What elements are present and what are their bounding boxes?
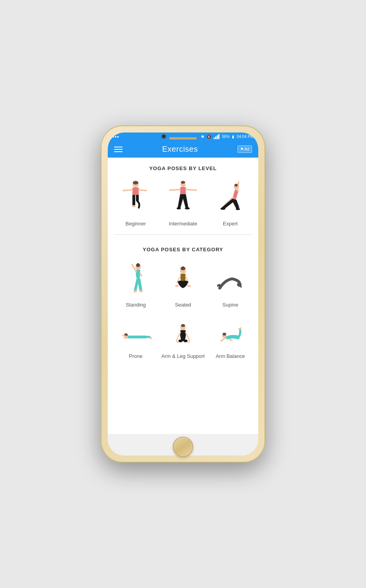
standing-label: Standing xyxy=(126,302,146,308)
phone-screen: ✱ 🔇 56% ▮ 04:04 PM xyxy=(108,132,258,456)
svg-line-12 xyxy=(186,189,196,190)
svg-point-7 xyxy=(132,205,136,207)
expert-figure xyxy=(213,179,248,218)
flag-icon: ⚑ xyxy=(240,147,244,151)
intermediate-svg xyxy=(165,179,201,218)
seated-label: Seated xyxy=(175,302,191,308)
app-bar: Exercises ⚑ Ad xyxy=(108,141,258,158)
svg-line-11 xyxy=(170,189,180,190)
mute-icon: 🔇 xyxy=(207,134,211,139)
signal-bar-3 xyxy=(217,135,218,139)
battery-icon: ▮ xyxy=(232,134,234,139)
speaker xyxy=(169,137,197,140)
pose-prone[interactable]: Prone xyxy=(114,312,158,359)
svg-line-46 xyxy=(177,332,181,339)
svg-point-14 xyxy=(185,207,190,209)
svg-point-27 xyxy=(139,290,143,292)
signal-bar-2 xyxy=(215,136,216,139)
svg-line-17 xyxy=(237,182,239,191)
hamburger-line-2 xyxy=(114,149,123,150)
prone-svg xyxy=(118,312,153,351)
svg-point-20 xyxy=(236,208,240,210)
prone-figure xyxy=(118,312,153,351)
svg-point-34 xyxy=(187,285,191,287)
menu-button[interactable] xyxy=(114,147,123,152)
svg-point-51 xyxy=(223,333,226,336)
beginner-figure xyxy=(118,179,153,218)
standing-svg xyxy=(118,260,153,299)
hamburger-line-3 xyxy=(114,151,123,152)
svg-rect-10 xyxy=(180,187,186,194)
hamburger-line-1 xyxy=(114,147,123,147)
supine-label: Supine xyxy=(222,302,238,308)
pose-expert[interactable]: Expert xyxy=(208,179,252,227)
arm-leg-support-label: Arm & Leg Support xyxy=(161,353,205,359)
beginner-svg xyxy=(118,179,153,218)
camera xyxy=(161,134,166,139)
intermediate-figure xyxy=(165,179,201,218)
svg-point-13 xyxy=(177,207,181,209)
seated-svg xyxy=(165,260,201,299)
svg-point-33 xyxy=(175,285,179,287)
category-grid: Standing xyxy=(108,256,258,363)
beginner-label: Beginner xyxy=(125,221,146,227)
svg-point-1 xyxy=(133,181,139,185)
time-display: 04:04 PM xyxy=(237,134,254,139)
ad-button[interactable]: ⚑ Ad xyxy=(237,145,252,153)
level-grid: Beginner xyxy=(108,175,258,230)
supine-svg xyxy=(213,260,248,299)
svg-point-19 xyxy=(220,208,225,210)
svg-rect-5 xyxy=(132,195,135,205)
prone-label: Prone xyxy=(129,353,143,359)
pose-supine[interactable]: Supine xyxy=(208,260,252,308)
seated-figure xyxy=(165,260,201,299)
app-title: Exercises xyxy=(162,145,198,154)
status-dots xyxy=(112,136,119,138)
section-title-category: YOGA POSES BY CATEGORY xyxy=(108,239,258,256)
svg-rect-2 xyxy=(132,187,139,195)
arm-leg-support-svg xyxy=(165,312,201,351)
signal-bar-4 xyxy=(218,134,219,139)
dot-3 xyxy=(117,136,119,138)
supine-figure xyxy=(213,260,248,299)
svg-point-48 xyxy=(178,339,183,342)
signal-bar-1 xyxy=(214,138,215,139)
bluetooth-icon: ✱ xyxy=(201,134,204,139)
ad-label: Ad xyxy=(245,147,249,151)
pose-arm-balance[interactable]: Arm Balance xyxy=(208,312,252,359)
arm-balance-label: Arm Balance xyxy=(216,353,245,359)
pose-arm-leg-support[interactable]: Arm & Leg Support xyxy=(161,312,205,359)
svg-rect-40 xyxy=(127,336,147,338)
svg-point-55 xyxy=(220,340,223,341)
pose-standing[interactable]: Standing xyxy=(114,260,158,308)
section-title-level: YOGA POSES BY LEVEL xyxy=(108,158,258,175)
pose-seated[interactable]: Seated xyxy=(161,260,205,308)
expert-svg xyxy=(213,179,248,218)
home-button[interactable] xyxy=(173,437,193,457)
status-left xyxy=(112,136,119,138)
svg-rect-6 xyxy=(136,195,139,201)
phone-frame: ✱ 🔇 56% ▮ 04:04 PM xyxy=(101,125,265,463)
svg-point-26 xyxy=(134,290,137,292)
intermediate-label: Intermediate xyxy=(169,221,197,227)
battery-percentage: 56% xyxy=(222,134,230,139)
svg-line-47 xyxy=(185,332,189,339)
svg-point-56 xyxy=(230,339,232,341)
svg-point-30 xyxy=(182,266,184,268)
svg-line-3 xyxy=(123,190,133,191)
signal-icon xyxy=(214,134,219,139)
section-divider xyxy=(114,234,252,235)
dot-1 xyxy=(112,136,114,138)
expert-label: Expert xyxy=(223,221,238,227)
main-content[interactable]: YOGA POSES BY LEVEL xyxy=(108,158,258,434)
svg-point-23 xyxy=(137,263,139,265)
svg-point-9 xyxy=(181,181,185,184)
svg-point-49 xyxy=(183,339,188,342)
pose-intermediate[interactable]: Intermediate xyxy=(161,179,205,227)
arm-balance-svg xyxy=(213,312,248,351)
standing-figure xyxy=(118,260,153,299)
pose-beginner[interactable]: Beginner xyxy=(114,179,158,227)
svg-line-4 xyxy=(139,190,147,191)
status-right: ✱ 🔇 56% ▮ 04:04 PM xyxy=(201,134,254,139)
bottom-spacer xyxy=(108,363,258,371)
